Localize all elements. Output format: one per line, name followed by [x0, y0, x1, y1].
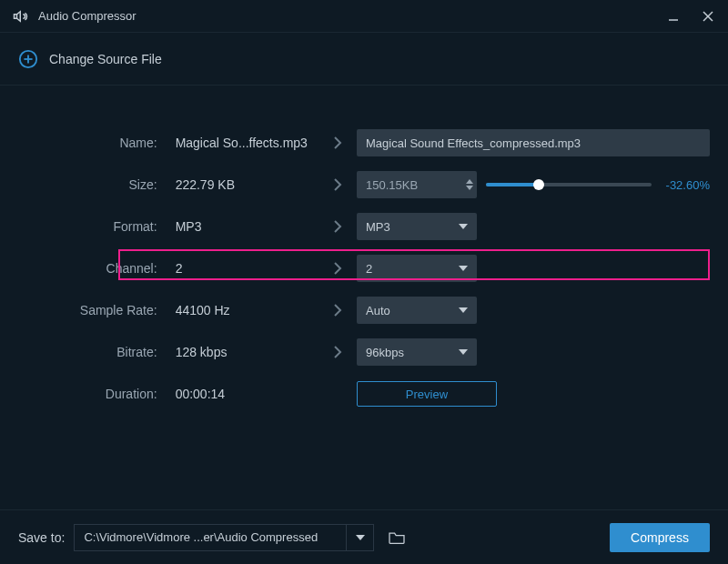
main-content: Name: Magical So...ffects.mp3 Magical So…: [0, 86, 728, 415]
target-name-value: Magical Sound Effects_compressed.mp3: [366, 136, 581, 150]
channel-value: 2: [366, 262, 372, 276]
chevron-down-icon: [459, 349, 468, 355]
arrow-icon: [318, 136, 357, 150]
preview-button[interactable]: Preview: [357, 381, 497, 407]
format-select[interactable]: MP3: [357, 213, 477, 240]
arrow-icon: [318, 261, 357, 276]
chevron-down-icon: [356, 535, 365, 540]
sample-rate-select[interactable]: Auto: [357, 297, 477, 324]
chevron-down-icon: [459, 266, 468, 271]
minimize-button[interactable]: [666, 9, 681, 24]
footer: Save to: C:\Vidmore\Vidmore ...er\Audio …: [0, 509, 728, 564]
chevron-down-icon: [459, 224, 468, 229]
save-path-field[interactable]: C:\Vidmore\Vidmore ...er\Audio Compresse…: [74, 524, 347, 551]
slider-thumb[interactable]: [533, 179, 544, 190]
save-path-value: C:\Vidmore\Vidmore ...er\Audio Compresse…: [84, 530, 318, 544]
titlebar: Audio Compressor: [0, 0, 728, 33]
size-step-up[interactable]: [466, 179, 473, 184]
sample-rate-value: Auto: [366, 304, 390, 317]
label-sample-rate: Sample Rate:: [18, 303, 167, 317]
add-source-icon: [18, 49, 38, 69]
channel-select[interactable]: 2: [357, 255, 477, 282]
target-size-field[interactable]: 150.15KB: [357, 171, 477, 198]
source-channel: 2: [167, 261, 318, 276]
save-path-dropdown[interactable]: [347, 524, 374, 551]
chevron-down-icon: [459, 307, 468, 313]
arrow-icon: [318, 177, 357, 192]
svg-rect-0: [15, 14, 17, 18]
window-controls: [666, 9, 715, 24]
app-logo-icon: [13, 8, 29, 25]
row-size: Size: 222.79 KB 150.15KB -32.60%: [18, 164, 710, 206]
change-source-label: Change Source File: [49, 52, 162, 66]
bitrate-value: 96kbps: [366, 346, 404, 359]
open-folder-button[interactable]: [385, 528, 409, 548]
target-name-field[interactable]: Magical Sound Effects_compressed.mp3: [357, 129, 710, 156]
close-button[interactable]: [701, 9, 715, 24]
source-bitrate: 128 kbps: [167, 345, 318, 359]
label-size: Size:: [18, 177, 167, 192]
compress-button[interactable]: Compress: [610, 523, 710, 552]
format-value: MP3: [366, 220, 390, 234]
size-slider[interactable]: [486, 183, 652, 186]
target-size-value: 150.15KB: [366, 178, 466, 192]
source-duration: 00:00:14: [167, 387, 318, 401]
row-format: Format: MP3 MP3: [18, 206, 710, 247]
size-percent: -32.60%: [659, 178, 710, 192]
compress-label: Compress: [631, 530, 689, 545]
label-name: Name:: [18, 136, 167, 150]
arrow-icon: [318, 219, 357, 234]
source-size: 222.79 KB: [167, 177, 318, 192]
app-title: Audio Compressor: [38, 9, 666, 23]
source-format: MP3: [167, 219, 318, 234]
bitrate-select[interactable]: 96kbps: [357, 338, 477, 366]
preview-label: Preview: [406, 388, 448, 401]
label-bitrate: Bitrate:: [18, 345, 167, 359]
source-sample-rate: 44100 Hz: [167, 303, 318, 317]
size-step-down[interactable]: [466, 186, 473, 190]
arrow-icon: [318, 345, 357, 359]
row-duration: Duration: 00:00:14 Preview: [18, 373, 710, 415]
label-format: Format:: [18, 219, 167, 234]
save-to-label: Save to:: [18, 530, 65, 545]
row-bitrate: Bitrate: 128 kbps 96kbps: [18, 331, 710, 373]
label-duration: Duration:: [18, 387, 167, 401]
row-channel: Channel: 2 2: [18, 247, 710, 289]
arrow-icon: [318, 303, 357, 317]
row-sample-rate: Sample Rate: 44100 Hz Auto: [18, 289, 710, 331]
label-channel: Channel:: [18, 261, 167, 276]
source-name: Magical So...ffects.mp3: [167, 136, 318, 150]
row-name: Name: Magical So...ffects.mp3 Magical So…: [18, 122, 710, 164]
change-source-row[interactable]: Change Source File: [0, 33, 728, 86]
